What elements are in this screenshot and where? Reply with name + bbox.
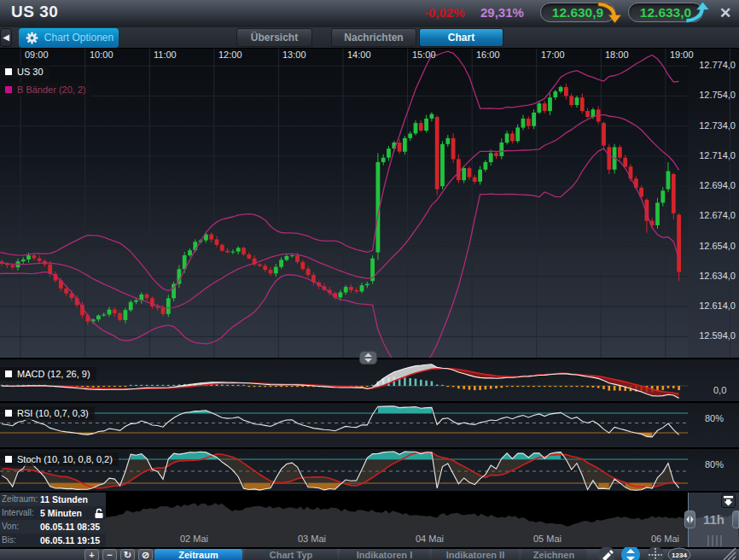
svg-text:1234: 1234 xyxy=(672,551,687,559)
